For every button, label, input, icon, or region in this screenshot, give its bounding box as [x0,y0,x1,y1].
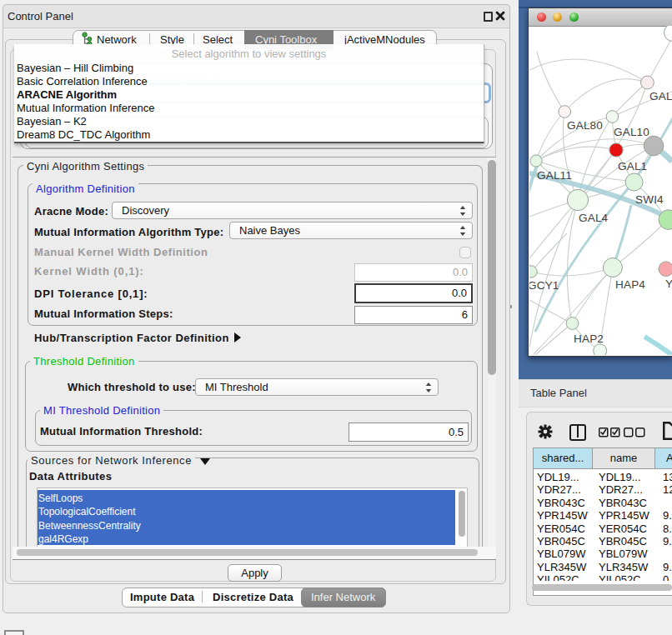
svg-text:HAP4: HAP4 [615,278,645,291]
svg-text:GAL10: GAL10 [614,126,649,138]
svg-text:HAP2: HAP2 [574,332,604,345]
svg-text:GAL80: GAL80 [567,119,603,132]
svg-text:GAL1: GAL1 [618,160,647,172]
svg-text:SWI4: SWI4 [635,193,664,206]
svg-text:GCY1: GCY1 [529,279,559,292]
svg-text:GAL7: GAL7 [649,90,672,102]
svg-text:GAL11: GAL11 [537,169,572,182]
svg-text:GAL4: GAL4 [579,212,609,224]
svg-text:YE: YE [665,278,672,290]
